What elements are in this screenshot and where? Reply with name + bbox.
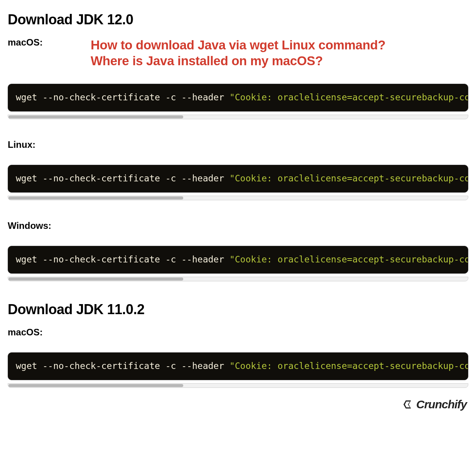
crunchify-logo-icon bbox=[402, 399, 414, 410]
os-label: macOS: bbox=[8, 327, 68, 338]
scrollbar[interactable] bbox=[8, 277, 468, 281]
code-cmd: wget --no-check-certificate -c --header bbox=[16, 92, 230, 102]
os-row-windows-12: Windows: bbox=[8, 220, 468, 231]
code-string: "Cookie: oraclelicense=accept-secureback… bbox=[230, 254, 468, 264]
footer-brand: Crunchify bbox=[402, 398, 467, 411]
os-label: Linux: bbox=[8, 139, 68, 150]
code-string: "Cookie: oraclelicense=accept-secureback… bbox=[230, 92, 468, 102]
section-heading-jdk12: Download JDK 12.0 bbox=[8, 12, 468, 28]
section-heading-jdk11: Download JDK 11.0.2 bbox=[8, 301, 468, 318]
scrollbar[interactable] bbox=[8, 115, 468, 119]
scrollbar[interactable] bbox=[8, 196, 468, 200]
scrollbar-thumb[interactable] bbox=[8, 384, 183, 387]
code-string: "Cookie: oraclelicense=accept-secureback… bbox=[230, 173, 468, 183]
code-block[interactable]: wget --no-check-certificate -c --header … bbox=[8, 246, 468, 274]
code-cmd: wget --no-check-certificate -c --header bbox=[16, 254, 230, 264]
os-row-linux-12: Linux: bbox=[8, 139, 468, 150]
scrollbar-thumb[interactable] bbox=[8, 196, 183, 200]
os-row-macos-11: macOS: bbox=[8, 327, 468, 338]
os-label: macOS: bbox=[8, 37, 68, 48]
os-label: Windows: bbox=[8, 220, 68, 231]
scrollbar[interactable] bbox=[8, 383, 468, 388]
code-block[interactable]: wget --no-check-certificate -c --header … bbox=[8, 165, 468, 193]
code-cmd: wget --no-check-certificate -c --header bbox=[16, 173, 230, 183]
code-cmd: wget --no-check-certificate -c --header bbox=[16, 361, 230, 371]
scrollbar-thumb[interactable] bbox=[8, 115, 183, 118]
code-block[interactable]: wget --no-check-certificate -c --header … bbox=[8, 84, 468, 112]
os-row-macos-12: macOS: How to download Java via wget Lin… bbox=[8, 37, 468, 69]
code-block[interactable]: wget --no-check-certificate -c --header … bbox=[8, 352, 468, 380]
footer-brand-text: Crunchify bbox=[416, 398, 467, 411]
scrollbar-thumb[interactable] bbox=[8, 277, 183, 281]
code-string: "Cookie: oraclelicense=accept-secureback… bbox=[230, 361, 468, 371]
highlight-question: How to download Java via wget Linux comm… bbox=[91, 37, 385, 69]
